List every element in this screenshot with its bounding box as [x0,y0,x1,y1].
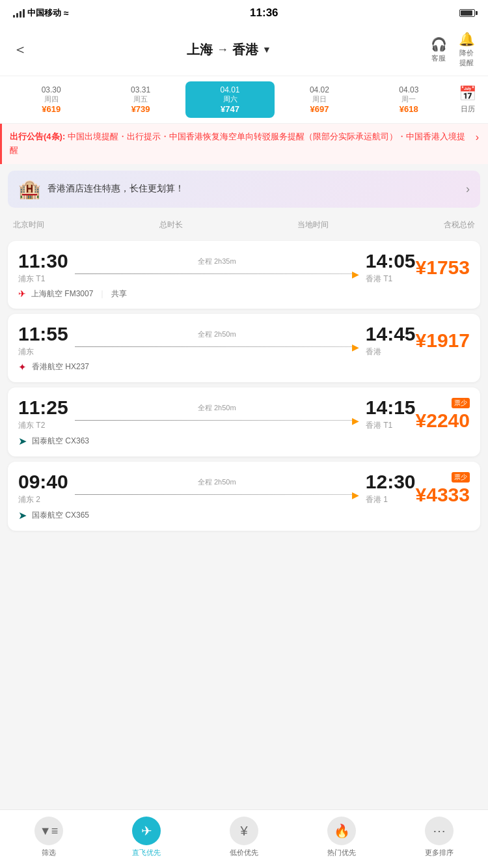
arrive-time: 14:05 [366,251,416,271]
date-tab-0402[interactable]: 04.02 周日 ¥697 [275,81,364,118]
col-arrive: 当地时间 [297,219,329,231]
depart-time: 11:25 [18,398,68,417]
date-tab-0330[interactable]: 03.30 周四 ¥619 [7,81,96,118]
flight-card-2[interactable]: 11:55 浦东 全程 2h50m ▶ 14:45 香港 ¥1917 ✦ 香港航… [8,314,480,382]
weekday-label: 周五 [133,94,148,104]
headset-icon: 🎧 [431,36,447,52]
status-right [459,9,475,17]
flight-main-row: 11:30 浦东 T1 全程 2h35m ▶ 14:05 香港 T1 ¥1753 [18,251,470,285]
flight-card-1[interactable]: 11:30 浦东 T1 全程 2h35m ▶ 14:05 香港 T1 ¥1753… [8,241,480,309]
airline-info: ➤ 国泰航空 CX365 [18,509,470,522]
weekday-label: 周一 [401,94,416,104]
arrive-info: 12:30 香港 1 [366,472,416,505]
divider: ｜ [98,288,106,300]
nav-more-sort[interactable]: ⋯ 更多排序 [390,817,488,858]
depart-terminal: 浦东 T1 [18,273,68,285]
chevron-right-icon: › [466,182,470,196]
depart-info: 09:40 浦东 2 [18,472,68,505]
arrive-terminal: 香港 T1 [366,420,416,431]
more-sort-icon: ⋯ [425,817,454,845]
arrive-info: 14:45 香港 [366,324,416,357]
carrier-name: 中国移动 [27,7,61,19]
route-arrow: → [217,43,228,57]
status-bar: 中国移动 ≈ 11:36 [0,0,488,23]
arrow-icon: ▶ [352,342,359,352]
price-info: 票少 ¥2240 [416,398,470,430]
arrive-terminal: 香港 T1 [366,273,416,285]
date-label: 03.30 [42,85,61,94]
depart-time: 09:40 [18,472,68,492]
flight-card-4[interactable]: 09:40 浦东 2 全程 2h50m ▶ 12:30 香港 1 票少 ¥433… [8,462,480,531]
status-left: 中国移动 ≈ [13,7,69,19]
notice-text: 出行公告(4条): 中国出境提醒・出行提示・中国香港恢复海空单向转驳服务提醒（限… [10,130,470,158]
weekday-label: 周四 [44,94,59,104]
wifi-icon: ≈ [64,8,69,18]
airline-info: ➤ 国泰航空 CX363 [18,435,470,447]
depart-terminal: 浦东 [18,346,68,357]
status-time: 11:36 [250,7,278,20]
back-button[interactable]: ＜ [13,40,27,59]
popular-icon: 🔥 [327,817,356,845]
hotel-banner-text: 香港酒店连住特惠，长住更划算！ [47,183,184,195]
weekday-label: 周日 [312,94,327,104]
header: ＜ 上海 → 香港 ▼ 🎧 客服 🔔 降价 提醒 [0,23,488,76]
col-price: 含税总价 [444,219,475,231]
airline-info: ✈ 上海航空 FM3007 ｜ 共享 [18,288,470,300]
price-tag-badge: 票少 [452,398,470,408]
price-label: ¥619 [42,104,61,114]
date-tab-0331[interactable]: 03.31 周五 ¥739 [96,81,185,118]
price-info: 票少 ¥4333 [416,472,470,505]
arrive-time: 12:30 [366,472,416,492]
price-label: ¥697 [310,104,329,114]
price-info: ¥1917 [416,331,470,350]
notice-bar[interactable]: 出行公告(4条): 中国出境提醒・出行提示・中国香港恢复海空单向转驳服务提醒（限… [0,124,488,164]
calendar-icon: 📅 [459,85,476,102]
nav-low-price[interactable]: ¥ 低价优先 [195,817,293,858]
date-tab-0403[interactable]: 04.03 周一 ¥618 [364,81,454,118]
route-title: 上海 → 香港 ▼ [187,41,271,59]
customer-service-button[interactable]: 🎧 客服 [431,36,447,63]
flight-card-3[interactable]: 11:25 浦东 T2 全程 2h50m ▶ 14:15 香港 T1 票少 ¥2… [8,387,480,456]
calendar-button[interactable]: 📅 日历 [454,81,481,118]
duration-label: 全程 2h35m [198,257,236,266]
depart-info: 11:25 浦东 T2 [18,398,68,431]
depart-terminal: 浦东 2 [18,494,68,505]
hotel-banner[interactable]: 🏨 香港酒店连住特惠，长住更划算！ › [8,171,480,208]
airline-logo-icon: ✈ [18,288,26,299]
arrow-line: ▶ [75,415,359,426]
arrive-info: 14:15 香港 T1 [366,398,416,431]
nav-direct-flight[interactable]: ✈ 直飞优先 [98,817,195,858]
date-label: 03.31 [131,85,150,94]
dropdown-icon[interactable]: ▼ [262,44,271,55]
price-value: ¥1917 [416,331,470,350]
date-label: 04.02 [310,85,329,94]
arrow-icon: ▶ [352,269,359,279]
airline-name: 国泰航空 CX365 [32,510,89,521]
nav-filter[interactable]: ▼≡ 筛选 [0,817,98,858]
duration-info: 全程 2h35m ▶ [68,257,366,279]
arrow-line: ▶ [75,342,359,352]
depart-info: 11:30 浦东 T1 [18,251,68,285]
nav-popular[interactable]: 🔥 热门优先 [293,817,390,858]
duration-info: 全程 2h50m ▶ [68,477,366,500]
duration-info: 全程 2h50m ▶ [68,403,366,426]
chevron-right-icon: › [476,132,479,143]
bottom-nav: ▼≡ 筛选 ✈ 直飞优先 ¥ 低价优先 🔥 热门优先 ⋯ 更多排序 [0,809,488,868]
more-sort-label: 更多排序 [425,848,454,858]
filter-icon: ▼≡ [34,817,63,845]
hotel-icon: 🏨 [18,178,41,200]
popular-label: 热门优先 [327,848,356,858]
flight-main-row: 11:25 浦东 T2 全程 2h50m ▶ 14:15 香港 T1 票少 ¥2… [18,398,470,431]
duration-info: 全程 2h50m ▶ [68,329,366,352]
signal-icon [13,9,25,18]
airline-name: 国泰航空 CX363 [32,436,89,447]
battery-icon [459,9,475,17]
arrow-icon: ▶ [352,490,359,500]
price-label: ¥747 [221,104,239,114]
header-actions: 🎧 客服 🔔 降价 提醒 [431,31,475,68]
date-tab-0401[interactable]: 04.01 周六 ¥747 [185,81,275,118]
hotel-banner-left: 🏨 香港酒店连住特惠，长住更划算！ [18,178,184,200]
price-alert-button[interactable]: 🔔 降价 提醒 [459,31,475,68]
direct-flight-label: 直飞优先 [132,848,161,858]
depart-terminal: 浦东 T2 [18,420,68,431]
